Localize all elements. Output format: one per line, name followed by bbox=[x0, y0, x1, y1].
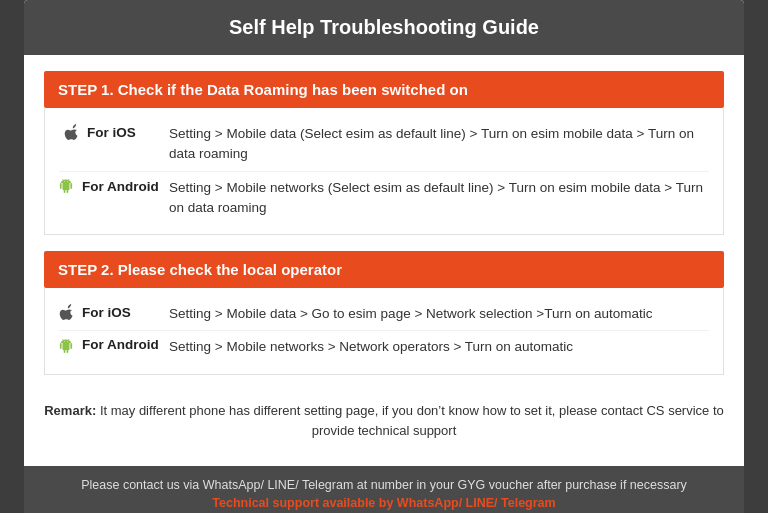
remark-text: It may different phone has different set… bbox=[96, 403, 724, 439]
step1-ios-label: For iOS bbox=[59, 124, 169, 140]
step1-android-row: For Android Setting > Mobile networks (S… bbox=[59, 172, 709, 225]
android-icon-1 bbox=[59, 178, 73, 196]
main-card: Self Help Troubleshooting Guide STEP 1. … bbox=[24, 0, 744, 513]
step2-android-row: For Android Setting > Mobile networks > … bbox=[59, 331, 709, 363]
step2-ios-text: Setting > Mobile data > Go to esim page … bbox=[169, 304, 709, 324]
card-footer: Please contact us via WhatsApp/ LINE/ Te… bbox=[24, 466, 744, 513]
remark-prefix: Remark: bbox=[44, 403, 96, 418]
main-title: Self Help Troubleshooting Guide bbox=[44, 16, 724, 39]
card-body: STEP 1. Check if the Data Roaming has be… bbox=[24, 55, 744, 466]
apple-svg-icon bbox=[64, 124, 78, 140]
step1-ios-row: For iOS Setting > Mobile data (Select es… bbox=[59, 118, 709, 172]
footer-line2: Technical support available by WhatsApp/… bbox=[44, 496, 724, 510]
step2-ios-row: For iOS Setting > Mobile data > Go to es… bbox=[59, 298, 709, 331]
step2-android-text: Setting > Mobile networks > Network oper… bbox=[169, 337, 709, 357]
footer-line1: Please contact us via WhatsApp/ LINE/ Te… bbox=[44, 478, 724, 492]
android-icon-2 bbox=[59, 338, 73, 354]
step1-ios-text: Setting > Mobile data (Select esim as de… bbox=[169, 124, 709, 165]
step1-header: STEP 1. Check if the Data Roaming has be… bbox=[44, 71, 724, 108]
step2-header: STEP 2. Please check the local operator bbox=[44, 251, 724, 288]
step1-android-text: Setting > Mobile networks (Select esim a… bbox=[169, 178, 709, 219]
step1-android-label: For Android bbox=[59, 178, 169, 196]
card-header: Self Help Troubleshooting Guide bbox=[24, 0, 744, 55]
step1-content: For iOS Setting > Mobile data (Select es… bbox=[44, 108, 724, 235]
apple-svg-icon-2 bbox=[59, 304, 73, 320]
step2-content: For iOS Setting > Mobile data > Go to es… bbox=[44, 288, 724, 375]
step2-android-label: For Android bbox=[59, 337, 169, 352]
remark-section: Remark: It may different phone has diffe… bbox=[44, 391, 724, 451]
step2-ios-label: For iOS bbox=[59, 304, 169, 320]
